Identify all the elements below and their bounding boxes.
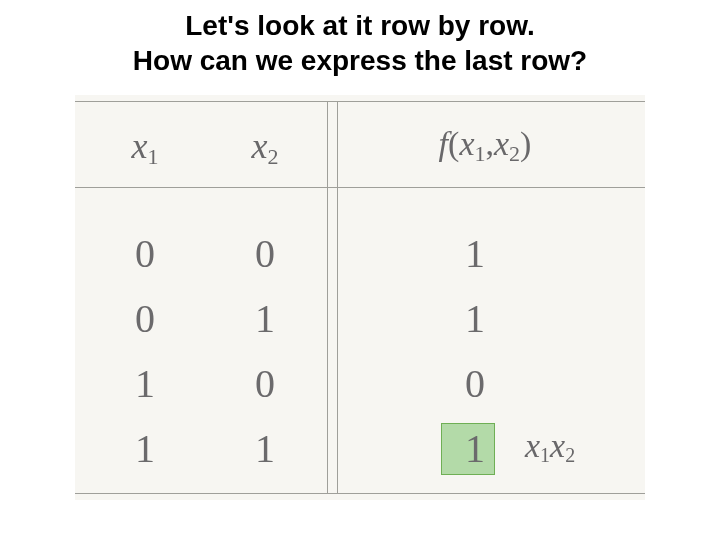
header-f-arg2-sub: 2 [509, 141, 520, 166]
header-f-arg1: x [459, 125, 474, 162]
cell-r2-f: 1 [445, 295, 505, 342]
rule-vertical-left [327, 101, 328, 493]
rule-bottom [75, 493, 645, 494]
slide: Let's look at it row by row. How can we … [0, 0, 720, 540]
rule-vertical-right [337, 101, 338, 493]
cell-r3-x2: 0 [235, 360, 295, 407]
header-f-close: ) [520, 125, 531, 162]
header-f-arg1-sub: 1 [474, 141, 485, 166]
cell-r2-x1: 0 [115, 295, 175, 342]
cell-r1-x2: 0 [235, 230, 295, 277]
rule-top [75, 101, 645, 102]
cell-r3-x1: 1 [115, 360, 175, 407]
header-f-arg2: x [494, 125, 509, 162]
header-x1: x1 [105, 125, 185, 170]
header-x1-sub: 1 [147, 144, 158, 169]
title-line-2: How can we express the last row? [133, 45, 587, 76]
header-x2: x2 [225, 125, 305, 170]
annot-a: x [525, 427, 540, 464]
header-f-open: ( [448, 125, 459, 162]
header-f-fn: f [439, 125, 448, 162]
header-x2-sub: 2 [267, 144, 278, 169]
annotation-minterm: x1x2 [525, 427, 575, 467]
header-x1-var: x [132, 126, 148, 166]
cell-r3-f: 0 [445, 360, 505, 407]
cell-r4-x2: 1 [235, 425, 295, 472]
header-f: f(x1,x2) [365, 125, 605, 167]
cell-r2-x2: 1 [235, 295, 295, 342]
header-x2-var: x [252, 126, 268, 166]
cell-r1-f: 1 [445, 230, 505, 277]
cell-r1-x1: 0 [115, 230, 175, 277]
cell-r4-f: 1 [445, 425, 505, 472]
truth-table: x1 x2 f(x1,x2) 0 0 1 0 1 1 1 0 0 1 1 1 x… [75, 95, 645, 500]
annot-a-sub: 1 [540, 444, 550, 466]
cell-r4-x1: 1 [115, 425, 175, 472]
slide-title: Let's look at it row by row. How can we … [0, 8, 720, 78]
rule-header-bottom [75, 187, 645, 188]
header-f-comma: , [485, 125, 494, 162]
annot-b: x [550, 427, 565, 464]
title-line-1: Let's look at it row by row. [185, 10, 534, 41]
annot-b-sub: 2 [565, 444, 575, 466]
